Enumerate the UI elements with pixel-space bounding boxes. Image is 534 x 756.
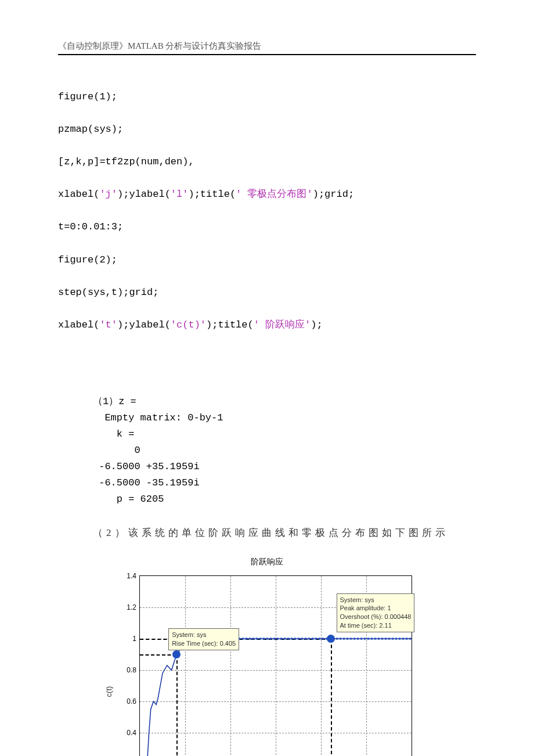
output-line: Empty matrix: 0-by-1 [93, 412, 223, 423]
matlab-code: figure(1); pzmap(sys); [z,k,p]=tf2zp(num… [58, 73, 476, 366]
header-text: 《自动控制原理》MATLAB 分析与设计仿真实验报告 [58, 41, 261, 51]
data-tip-line: At time (sec): 2.11 [340, 621, 412, 630]
output-line: p = 6205 [93, 494, 164, 505]
data-tip-line: System: sys [340, 596, 412, 604]
output-line: -6.5000 -35.1959i [93, 477, 200, 488]
description-text: （2）该系统的单位阶跃响应曲线和零极点分布图如下图所示 [93, 526, 476, 539]
code-line: figure(1); [58, 89, 476, 105]
code-line: t=0:0.01:3; [58, 219, 476, 235]
data-tip-line: Rise Time (sec): 0.405 [172, 639, 236, 648]
page-header: 《自动控制原理》MATLAB 分析与设计仿真实验报告 [58, 41, 476, 55]
code-line: pzmap(sys); [58, 121, 476, 138]
y-tick-label: 0.8 [127, 666, 136, 674]
chart-title: 阶跃响应 [110, 557, 424, 567]
matlab-output: （1）z = Empty matrix: 0-by-1 k = 0 -6.500… [93, 377, 476, 524]
output-line: 0 [93, 445, 140, 456]
y-tick-label: 0.6 [127, 697, 136, 705]
code-line: xlabel('t');ylabel('c(t)');title(' 阶跃响应'… [58, 317, 476, 333]
chart-axis-box: 00.20.40.60.811.21.400.511.522.53System:… [139, 575, 412, 756]
chart-ylabel: c(t) [104, 686, 113, 697]
code-line: [z,k,p]=tf2zp(num,den), [58, 154, 476, 170]
output-line: -6.5000 +35.1959i [93, 461, 200, 472]
data-tip-line: Peak amplitude: 1 [340, 604, 412, 613]
code-line: figure(2); [58, 252, 476, 268]
data-marker-dot [172, 650, 181, 658]
data-tip: System: sysRise Time (sec): 0.405 [168, 628, 239, 650]
data-tip-line: Overshoot (%): 0.000448 [340, 613, 412, 621]
code-line: step(sys,t);grid; [58, 285, 476, 301]
data-tip-line: System: sys [172, 631, 236, 639]
output-line: k = [93, 429, 134, 440]
step-response-chart: 阶跃响应 c(t) 00.20.40.60.811.21.400.511.522… [110, 557, 424, 756]
output-line: （1）z = [93, 396, 136, 407]
data-tip: System: sysPeak amplitude: 1Overshoot (%… [337, 593, 415, 632]
y-tick-label: 0.4 [127, 729, 136, 737]
y-tick-label: 1 [132, 635, 136, 643]
data-marker-dot [327, 635, 335, 643]
code-line: xlabel('j');ylabel('l');title(' 零极点分布图')… [58, 186, 476, 203]
y-tick-label: 1.4 [127, 572, 136, 580]
y-tick-label: 1.2 [127, 603, 136, 611]
